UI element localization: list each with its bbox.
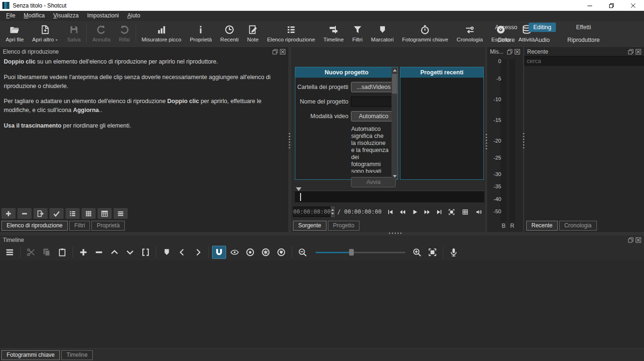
tab-keyframes[interactable]: Fotogrammi chiave xyxy=(1,350,60,360)
playlist-button[interactable]: Elenco riproduzione xyxy=(263,22,319,45)
view-icons-button[interactable] xyxy=(82,208,96,219)
undo-button[interactable]: Annulla xyxy=(88,22,114,45)
project-name-input[interactable] xyxy=(351,96,396,107)
notes-button[interactable]: Note xyxy=(243,22,263,45)
tab-properties[interactable]: Proprietà xyxy=(91,221,125,231)
save-button[interactable]: Salva xyxy=(63,22,85,45)
layout-effetti-button[interactable]: Effetti xyxy=(571,23,596,32)
zoom-fit-menu-button[interactable] xyxy=(448,209,455,216)
playlist-menu-button[interactable] xyxy=(114,208,128,219)
timeline-tracks-area[interactable] xyxy=(0,260,644,348)
split-button[interactable] xyxy=(139,246,153,259)
playhead-cursor[interactable] xyxy=(300,193,301,201)
splitter-handle[interactable] xyxy=(389,233,403,234)
timecode-spinner[interactable] xyxy=(331,207,334,217)
spin-down-icon[interactable] xyxy=(331,213,334,215)
close-panel-icon[interactable] xyxy=(636,49,641,55)
tab-source[interactable]: Sorgente xyxy=(293,221,326,231)
open-file-button[interactable]: Apri file xyxy=(1,22,28,45)
splitter-handle[interactable] xyxy=(486,134,487,149)
menu-impostazioni[interactable]: Impostazioni xyxy=(83,11,123,20)
menu-modifica[interactable]: Modifica xyxy=(19,11,49,20)
layout-audio-button[interactable]: Audio xyxy=(530,35,554,45)
spin-up-icon[interactable] xyxy=(331,209,334,211)
view-table-button[interactable] xyxy=(98,208,112,219)
search-input[interactable] xyxy=(524,56,644,66)
ripple-all-tracks-button[interactable] xyxy=(259,246,273,259)
timeline-button[interactable]: Timeline xyxy=(319,22,348,45)
playlist-open-as-clip-button[interactable] xyxy=(33,208,48,219)
slider-handle[interactable] xyxy=(349,249,354,256)
scrollbar-thumb[interactable] xyxy=(392,74,397,94)
zoom-in-button[interactable] xyxy=(410,246,424,259)
timeline-zoom-slider[interactable] xyxy=(316,246,405,259)
prev-marker-button[interactable] xyxy=(175,246,189,259)
layout-colore-button[interactable]: Colore xyxy=(493,35,520,45)
menu-aiuto[interactable]: Aiuto xyxy=(123,11,144,20)
minimize-button[interactable] xyxy=(579,0,601,11)
zoom-out-button[interactable] xyxy=(295,246,310,259)
restore-button[interactable] xyxy=(601,0,622,11)
tab-recent[interactable]: Recente xyxy=(526,221,558,231)
paste-button[interactable] xyxy=(55,246,69,259)
scrub-while-dragging-button[interactable] xyxy=(228,246,242,259)
record-audio-button[interactable] xyxy=(447,246,461,259)
close-panel-icon[interactable] xyxy=(514,49,520,55)
overwrite-button[interactable] xyxy=(123,246,137,259)
append-button[interactable] xyxy=(76,246,90,259)
keyframes-button[interactable]: Fotogrammi chiave xyxy=(398,22,453,45)
tab-playlist[interactable]: Elenco di riproduzione xyxy=(1,221,68,231)
timeline-menu-button[interactable] xyxy=(3,246,17,259)
scroll-up-icon[interactable] xyxy=(393,69,397,72)
projects-folder-button[interactable]: ...sad\Videos xyxy=(351,82,396,92)
ripple-markers-button[interactable] xyxy=(274,246,288,259)
marker-button[interactable] xyxy=(160,246,174,259)
filters-button[interactable]: Filtri xyxy=(348,22,367,45)
next-marker-button[interactable] xyxy=(191,246,205,259)
start-button[interactable]: Avvia xyxy=(351,177,396,187)
open-other-button[interactable]: Apri altro xyxy=(28,22,63,45)
video-mode-button[interactable]: Automatico xyxy=(351,111,396,121)
rewind-button[interactable] xyxy=(399,209,406,216)
scroll-down-icon[interactable] xyxy=(393,175,397,177)
redo-button[interactable]: Rifai xyxy=(115,22,134,45)
menu-file[interactable]: File xyxy=(2,11,19,20)
ripple-button[interactable] xyxy=(243,246,257,259)
fast-forward-button[interactable] xyxy=(424,209,431,216)
cut-button[interactable] xyxy=(24,246,38,259)
recent-button[interactable]: Recenti xyxy=(216,22,243,45)
close-button[interactable] xyxy=(622,0,644,11)
timecode-field[interactable]: 00:00:00:00 xyxy=(293,207,331,217)
splitter-handle[interactable] xyxy=(289,133,290,148)
skip-start-button[interactable] xyxy=(387,209,394,216)
playlist-remove-button[interactable] xyxy=(17,208,32,219)
splitter-handle[interactable] xyxy=(523,133,524,148)
lift-button[interactable] xyxy=(107,246,122,259)
markers-button[interactable]: Marcatori xyxy=(367,22,398,45)
peak-meter-button[interactable]: Misuratore picco xyxy=(138,22,186,45)
view-details-button[interactable] xyxy=(65,208,80,219)
playlist-update-button[interactable] xyxy=(49,208,64,219)
player-scrub-bar[interactable] xyxy=(295,191,484,202)
play-button[interactable] xyxy=(411,209,418,216)
float-panel-icon[interactable] xyxy=(628,237,634,243)
skip-end-button[interactable] xyxy=(436,209,443,216)
float-panel-icon[interactable] xyxy=(507,49,513,55)
playlist-append-button[interactable] xyxy=(1,208,16,219)
close-panel-icon[interactable] xyxy=(636,237,641,243)
menu-visualizza[interactable]: Visualizza xyxy=(49,11,83,20)
close-panel-icon[interactable] xyxy=(280,49,285,55)
copy-button[interactable] xyxy=(40,246,54,259)
layout-riproduttore-button[interactable]: Riproduttore xyxy=(562,35,604,45)
layout-editing-button[interactable]: Editing xyxy=(529,23,556,32)
tab-project[interactable]: Progetto xyxy=(328,221,359,231)
float-panel-icon[interactable] xyxy=(628,49,634,55)
grid-menu-button[interactable] xyxy=(462,209,469,216)
tab-filters[interactable]: Filtri xyxy=(69,221,90,231)
ripple-delete-button[interactable] xyxy=(92,246,106,259)
tab-history[interactable]: Cronologia xyxy=(559,221,597,231)
layout-accesso-button[interactable]: Accesso xyxy=(490,23,522,32)
zoom-fit-button[interactable] xyxy=(425,246,440,259)
volume-button[interactable] xyxy=(475,209,482,216)
snap-button[interactable] xyxy=(212,246,226,259)
